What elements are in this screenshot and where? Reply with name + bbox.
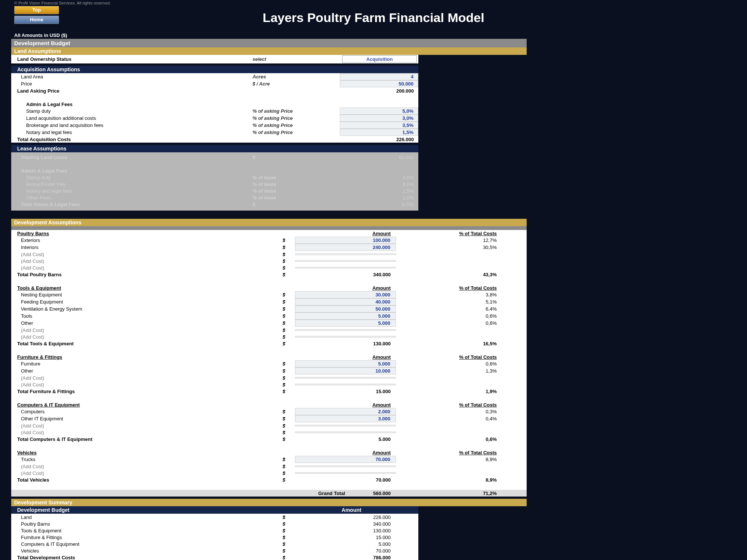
lease-fee-value: 1,0% [340,195,418,201]
group-total-amt: 340.000 [295,271,396,278]
dev-row-pct: 8,9% [411,456,508,463]
group-total-label: Total Tools & Equipment [11,340,273,347]
summary-row-label: Computers & IT Equipment [11,541,273,547]
dev-row-label: Trucks [11,456,273,463]
lease-start-unit: $ [250,154,340,161]
dev-amount-input[interactable]: 5.000 [295,312,396,320]
top-button[interactable]: Top [14,6,59,14]
dev-row-pct [411,377,508,378]
currency-unit: $ [273,429,295,436]
currency-unit: $ [273,271,295,278]
summary-label-heading: Development Budget [17,507,279,513]
pct-heading: % of Total Costs [411,285,508,291]
dev-amount-input[interactable] [295,432,396,433]
section-heading-acq-assumptions: Acquisition Assumptions [11,66,418,73]
currency-unit: $ [273,258,295,264]
land-area-label: Land Area [11,74,250,80]
dev-amount-input[interactable] [295,472,396,474]
acq-fee-input[interactable]: 3,5% [340,122,418,129]
dev-row-label: (Add Cost) [11,258,273,264]
lease-block-disabled: Starting Land Lease $ 60.000 Admin & Leg… [11,152,418,211]
currency-unit: $ [273,408,295,415]
land-area-input[interactable]: 4 [340,73,418,80]
group-total-label: Total Vehicles [11,477,273,483]
summary-row-amt: 5.000 [295,541,396,547]
dev-row-pct: 0,3% [411,408,508,415]
lease-total-unit: $ [250,201,340,208]
group-total-pct: 8,9% [411,477,508,483]
currency-unit: $ [273,456,295,463]
amount-heading: Amount [295,230,396,237]
dev-amount-input[interactable] [295,384,396,385]
lease-fee-label: Stamp duty [11,174,250,181]
dev-amount-input[interactable]: 50.000 [295,305,396,312]
price-input[interactable]: 50.000 [340,80,418,87]
dev-amount-input[interactable] [295,329,396,331]
dev-row-pct [411,254,508,255]
summary-row-label: Vehicles [11,548,273,554]
dev-amount-input[interactable]: 5.000 [295,360,396,367]
land-area-unit: Acres [250,74,340,80]
dev-amount-input[interactable] [295,377,396,379]
acq-fee-input[interactable]: 1,5% [340,129,418,136]
dev-row-label: (Add Cost) [11,265,273,271]
currency-unit: $ [273,436,295,442]
currency-unit: $ [273,423,295,429]
summary-row-amt: 15.000 [295,534,396,541]
currency-unit: $ [273,528,295,534]
lease-fees-heading: Admin & Legal Fees [11,168,250,174]
lease-fee-value: 1,5% [340,188,418,194]
dev-row-label: (Add Cost) [11,429,273,436]
land-ownership-select[interactable]: Acquisition [342,55,417,63]
dev-row-pct [411,466,508,467]
lease-fee-unit: % of lease [250,195,340,201]
dev-amount-input[interactable] [295,260,396,262]
dev-row-label: Nesting Equipment [11,292,273,298]
lease-total-label: Total Admin & Legal Fees [11,201,250,208]
dev-row-pct [411,432,508,433]
currency-unit: $ [273,388,295,395]
acq-fee-label: Notary and legal fees [11,129,250,136]
dev-amount-input[interactable]: 2.000 [295,408,396,415]
dev-amount-input[interactable]: 3.000 [295,415,396,422]
lease-fee-value: 8,0% [340,181,418,187]
dev-amount-input[interactable] [295,253,396,255]
dev-row-pct: 3,8% [411,292,508,298]
asking-price-value: 200.000 [340,88,418,94]
grand-total-amt: 560.000 [347,490,396,497]
dev-row-label: Other [11,320,273,326]
currency-unit: $ [273,477,295,483]
dev-amount-input[interactable]: 70.000 [295,456,396,463]
home-button[interactable]: Home [14,16,59,24]
amount-heading: Amount [295,449,396,456]
pct-heading: % of Total Costs [411,402,508,408]
dev-amount-input[interactable] [295,425,396,426]
lease-start-label: Starting Land Lease [11,154,250,161]
currency-unit: $ [273,416,295,422]
dev-amount-input[interactable]: 240.000 [295,244,396,251]
group-total-pct: 0,6% [411,436,508,442]
price-unit: $ / Acre [250,81,340,87]
lease-fee-label: Broker/Finder Fee [11,181,250,187]
currency-unit: $ [273,306,295,312]
dev-amount-input[interactable] [295,336,396,337]
summary-row-amt: 130.000 [295,528,396,534]
dev-amount-input[interactable]: 40.000 [295,298,396,305]
dev-row-pct: 30,5% [411,244,508,251]
dev-amount-input[interactable]: 100.000 [295,237,396,244]
dev-row-pct: 0,6% [411,313,508,319]
dev-amount-input[interactable] [295,466,396,467]
acq-fee-unit: % of asking Price [250,129,340,136]
acq-fee-input[interactable]: 3,0% [340,115,418,122]
dev-amount-input[interactable]: 30.000 [295,291,396,298]
dev-amount-input[interactable] [295,267,396,268]
dev-row-pct [411,330,508,330]
dev-amount-input[interactable]: 10.000 [295,367,396,374]
summary-amount-heading: Amount [301,507,402,513]
group-total-amt: 70.000 [295,477,396,483]
currency-unit: $ [273,521,295,527]
group-total-amt: 5.000 [295,436,396,442]
acq-fee-input[interactable]: 5,0% [340,108,418,115]
dev-row-pct: 0,6% [411,320,508,326]
dev-amount-input[interactable]: 5.000 [295,320,396,327]
